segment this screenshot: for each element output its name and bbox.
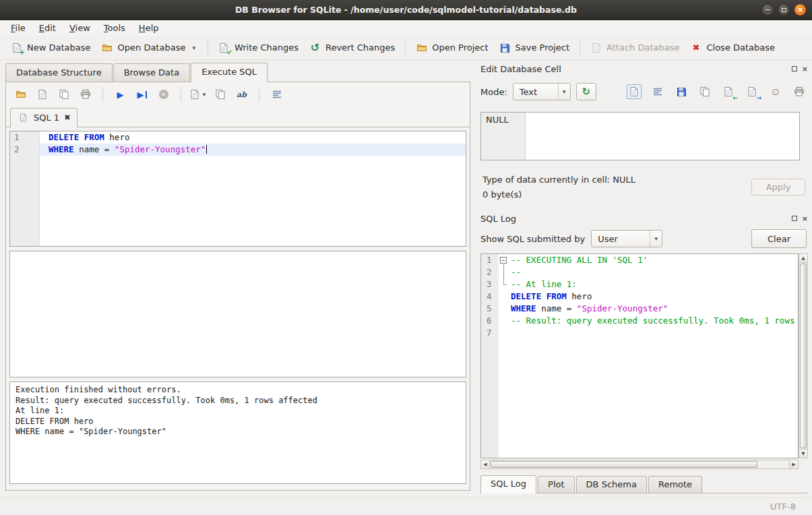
mode-combobox[interactable]: Text ▾ xyxy=(513,83,571,100)
import-cell-button[interactable]: ← xyxy=(721,84,736,99)
refresh-button[interactable]: ↻ xyxy=(576,83,596,100)
fold-marker[interactable]: − xyxy=(499,254,509,266)
close-database-button[interactable]: ✖ Close Database xyxy=(685,38,780,57)
sql-tab-close-button[interactable]: ✖ xyxy=(64,113,70,122)
scroll-left-icon[interactable]: ◀ xyxy=(481,460,490,468)
vertical-scrollbar[interactable]: ▲ ▼ xyxy=(799,253,808,458)
toolbar-separator xyxy=(580,40,580,55)
menu-view[interactable]: View xyxy=(63,22,97,34)
word-wrap-button[interactable] xyxy=(268,86,286,103)
clear-button[interactable]: Clear xyxy=(751,229,807,248)
set-null-button[interactable]: ∅ xyxy=(768,84,783,99)
stop-icon: ✕ xyxy=(159,90,168,99)
cell-editor[interactable]: NULL xyxy=(480,112,800,160)
float-panel-icon[interactable] xyxy=(792,216,797,221)
edit-cell-title: Edit Database Cell xyxy=(480,64,792,74)
minimize-button[interactable]: − xyxy=(761,3,774,16)
save-results-button[interactable]: ▾ xyxy=(189,86,208,103)
code-token: "Spider-Youngster" xyxy=(115,144,206,154)
write-changes-button[interactable]: ✔ Write Changes xyxy=(213,38,304,57)
open-database-button[interactable]: Open Database ▾ xyxy=(96,38,203,57)
save-cell-icon xyxy=(676,86,687,97)
results-view[interactable] xyxy=(9,251,466,377)
code-token: DELETE xyxy=(511,291,541,301)
open-database-dropdown-icon[interactable]: ▾ xyxy=(190,44,197,51)
collapse-icon[interactable]: − xyxy=(500,257,507,264)
menubar: File Edit View Tools Help xyxy=(0,20,812,36)
execute-all-button[interactable]: ▶ xyxy=(111,86,129,103)
dock-tab-remote[interactable]: Remote xyxy=(648,476,702,493)
tab-browse-data[interactable]: Browse Data xyxy=(113,63,191,82)
code-text: -- EXECUTING ALL IN 'SQL 1' xyxy=(509,254,798,266)
text-caret xyxy=(206,145,207,154)
save-project-label: Save Project xyxy=(516,42,570,53)
line-number: 3 xyxy=(481,278,499,291)
sql-log-view[interactable]: 1−-- EXECUTING ALL IN 'SQL 1'2--3-- At l… xyxy=(480,253,799,458)
cell-mode-row: Mode: Text ▾ ↻ ← → ∅ xyxy=(480,82,807,101)
mode-value: Text xyxy=(513,87,558,97)
print-cell-button[interactable] xyxy=(792,84,807,99)
scroll-right-icon[interactable]: ▶ xyxy=(789,460,798,468)
print-sql-button[interactable] xyxy=(76,86,94,103)
submitted-by-combobox[interactable]: User ▾ xyxy=(591,230,662,247)
fold-column xyxy=(499,303,509,315)
horizontal-scrollbar[interactable]: ◀ ▶ xyxy=(480,460,799,469)
copy-cell-button[interactable] xyxy=(697,84,712,99)
export-cell-button[interactable]: → xyxy=(745,84,759,99)
sql-editor[interactable]: 1DELETE FROM hero2WHERE name = "Spider-Y… xyxy=(9,131,466,247)
text-mode-button[interactable] xyxy=(627,84,642,99)
menu-file[interactable]: File xyxy=(4,22,32,34)
open-project-button[interactable]: Open Project xyxy=(410,38,493,57)
menu-tools[interactable]: Tools xyxy=(97,22,132,34)
sql-tab[interactable]: SQL 1 ✖ xyxy=(10,108,77,127)
close-panel-icon[interactable]: × xyxy=(802,215,808,222)
execute-line-button[interactable]: ▶ xyxy=(133,86,151,103)
dock-tab-sql-log[interactable]: SQL Log xyxy=(480,475,536,493)
maximize-icon xyxy=(782,8,786,12)
apply-button[interactable]: Apply xyxy=(751,179,805,195)
menu-help[interactable]: Help xyxy=(132,22,166,34)
scroll-down-icon[interactable]: ▼ xyxy=(799,449,807,458)
code-text: DELETE FROM hero xyxy=(509,291,798,303)
close-database-label: Close Database xyxy=(706,42,775,53)
message-log[interactable]: Execution finished without errors.Result… xyxy=(9,382,466,484)
menu-edit[interactable]: Edit xyxy=(32,22,63,34)
code-token: = xyxy=(561,303,577,313)
close-panel-icon[interactable]: × xyxy=(802,65,808,73)
tab-database-structure[interactable]: Database Structure xyxy=(5,63,113,82)
copy-cell-icon xyxy=(699,86,710,97)
save-sql-file-button[interactable] xyxy=(33,86,51,103)
log-line: 4DELETE FROM hero xyxy=(481,291,798,303)
open-database-icon xyxy=(102,42,113,53)
save-cell-button[interactable] xyxy=(674,84,689,99)
export-results-icon xyxy=(214,89,226,100)
cell-text-area[interactable] xyxy=(526,113,799,160)
revert-changes-button[interactable]: ↺ Revert Changes xyxy=(304,38,400,57)
code-token: WHERE xyxy=(49,144,74,154)
find-replace-button[interactable]: ab xyxy=(232,86,251,103)
save-sql-as-button[interactable] xyxy=(55,86,73,103)
sql-log-header-icons: × xyxy=(792,215,808,222)
horizontal-scroll-thumb[interactable] xyxy=(491,461,757,468)
vertical-scroll-thumb[interactable] xyxy=(800,264,807,448)
save-project-button[interactable]: Save Project xyxy=(494,38,575,57)
dock-tab-db-schema[interactable]: DB Schema xyxy=(576,476,647,493)
submitted-by-value: User xyxy=(592,234,650,244)
save-results-dropdown-icon[interactable]: ▾ xyxy=(201,91,208,98)
export-results-button[interactable] xyxy=(211,86,229,103)
dock-tab-plot[interactable]: Plot xyxy=(538,476,575,493)
code-token: name xyxy=(79,144,99,154)
main-toolbar: + New Database Open Database ▾ ✔ Write C… xyxy=(0,36,812,60)
new-database-button[interactable]: + New Database xyxy=(5,38,96,57)
close-button[interactable]: × xyxy=(794,3,807,16)
float-panel-icon[interactable] xyxy=(792,66,797,71)
open-sql-file-button[interactable] xyxy=(11,86,30,103)
tab-execute-sql[interactable]: Execute SQL xyxy=(191,63,268,82)
maximize-button[interactable] xyxy=(778,3,790,16)
cell-toolbar: ← → ∅ xyxy=(627,84,807,99)
code-token: -- xyxy=(511,267,521,277)
scroll-up-icon[interactable]: ▲ xyxy=(799,254,807,263)
word-wrap-cell-button[interactable] xyxy=(650,84,665,99)
execute-sql-pane: ▶ ▶ ✕ ▾ ab SQL 1 ✖ 1DELETE FROM hero2WHE… xyxy=(5,82,470,491)
line-number: 1 xyxy=(10,131,40,144)
